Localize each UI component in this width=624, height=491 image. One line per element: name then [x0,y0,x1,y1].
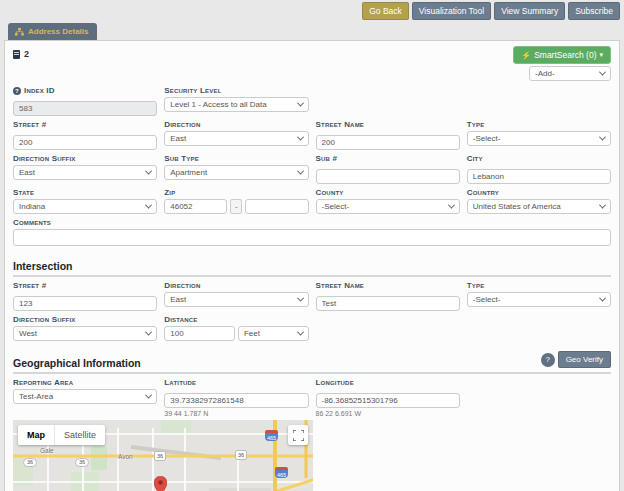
field-latitude: Latitude 39 44 1.787 N [164,378,308,417]
fullscreen-button[interactable] [288,425,308,445]
zip-input[interactable] [164,199,227,214]
country-select[interactable]: United States of America [467,199,611,214]
int-type-select[interactable]: -Select- [467,292,611,307]
chevron-down-icon [145,202,152,209]
int-street-no-input[interactable] [13,296,157,311]
tab-label: Address Details [28,27,88,36]
field-direction: Direction East [164,120,308,150]
chevron-down-icon [296,100,303,107]
go-back-button[interactable]: Go Back [362,2,409,20]
route-shield-36: 36 [23,458,37,467]
field-int-street-name: Street Name [316,281,460,311]
county-select[interactable]: -Select- [316,199,460,214]
satellite-view-button[interactable]: Satellite [54,425,105,445]
geo-form: Reporting Area Test-Area Latitude 39 44 … [13,378,611,417]
direction-suffix-select[interactable]: East [13,165,157,180]
main-panel: 2 ⚡ SmartSearch (0) ▾ -Add- ? Index ID S… [4,40,620,491]
chevron-down-icon [145,329,152,336]
state-select[interactable]: Indiana [13,199,157,214]
city-input[interactable] [467,169,611,184]
record-icon [13,50,20,59]
distance-unit-select[interactable]: Feet [238,326,309,341]
tab-address-details[interactable]: Address Details [8,23,97,40]
address-form: ? Index ID Security Level Level 1 - Acce… [13,86,611,250]
security-level-select[interactable]: Level 1 - Access to all Data [164,97,308,112]
direction-select[interactable]: East [164,131,308,146]
chevron-down-icon [599,202,606,209]
lightning-icon: ⚡ [521,51,531,60]
route-shield-36: 36 [75,458,89,467]
subscribe-button[interactable]: Subscribe [568,2,620,20]
type-select[interactable]: -Select- [467,131,611,146]
map-pin-icon[interactable] [154,476,167,491]
map-label-avon: Avon [118,453,133,460]
intersection-header: Intersection [13,255,611,277]
field-state: State Indiana [13,188,157,214]
distance-input[interactable] [164,326,235,341]
latitude-dms: 39 44 1.787 N [164,410,308,417]
zip-separator: - [230,199,242,214]
geo-help-button[interactable]: ? [541,353,555,367]
top-toolbar: Go Back Visualization Tool View Summary … [0,0,624,22]
reporting-area-select[interactable]: Test-Area [13,389,157,404]
street-no-input[interactable] [13,135,157,150]
smartsearch-label: SmartSearch (0) [534,50,596,60]
record-count: 2 [24,49,29,59]
add-dropdown[interactable]: -Add- [529,66,611,81]
route-shield-36: 36 [235,450,247,460]
field-int-direction-suffix: Direction Suffix West [13,315,157,341]
field-security-level: Security Level Level 1 - Access to all D… [164,86,308,116]
record-indicator: 2 [13,46,29,59]
street-name-input[interactable] [316,135,460,150]
interstate-shield-465: 465 [275,467,288,478]
sitemap-icon [15,28,24,36]
field-sub-no: Sub # [316,154,460,184]
zip-ext-input[interactable] [245,199,308,214]
field-type: Type -Select- [467,120,611,150]
map-widget[interactable]: Gale Avon Six Points Plainfield Cartersb… [13,420,313,491]
field-reporting-area: Reporting Area Test-Area [13,378,157,417]
interstate-shield-465: 465 [265,430,278,441]
map-type-control: Map Satellite [18,425,105,445]
field-int-street-no: Street # [13,281,157,311]
int-direction-select[interactable]: East [164,292,308,307]
longitude-input[interactable] [316,393,460,408]
index-id-input [13,101,157,116]
chevron-down-icon [296,295,303,302]
field-longitude: Longitude 86 22 6.691 W [316,378,460,417]
chevron-down-icon [599,134,606,141]
geo-title: Geographical Information [13,357,141,369]
tab-strip: Address Details [0,22,624,40]
int-direction-suffix-select[interactable]: West [13,326,157,341]
intersection-title: Intersection [13,260,73,272]
caret-down-icon: ▾ [599,51,603,59]
field-comments: Comments [13,218,611,250]
chevron-down-icon [296,134,303,141]
comments-textarea[interactable] [13,229,611,246]
int-street-name-input[interactable] [316,296,460,311]
help-icon[interactable]: ? [13,87,21,95]
chevron-down-icon [599,295,606,302]
chevron-down-icon [296,329,303,336]
field-country: Country United States of America [467,188,611,214]
sub-type-select[interactable]: Apartment [164,165,308,180]
field-int-type: Type -Select- [467,281,611,311]
geo-header: Geographical Information ? Geo Verify [13,346,611,374]
longitude-dms: 86 22 6.691 W [316,410,460,417]
intersection-form: Street # Direction East Street Name Type… [13,281,611,341]
chevron-down-icon [145,392,152,399]
visualization-tool-button[interactable]: Visualization Tool [412,2,491,20]
fullscreen-icon [293,430,304,441]
latitude-input[interactable] [164,393,308,408]
map-view-button[interactable]: Map [18,425,54,445]
sub-no-input[interactable] [316,169,460,184]
view-summary-button[interactable]: View Summary [494,2,565,20]
add-row: -Add- [13,66,611,81]
record-row: 2 ⚡ SmartSearch (0) ▾ [13,46,611,62]
smartsearch-button[interactable]: ⚡ SmartSearch (0) ▾ [513,46,611,64]
geo-verify-button[interactable]: Geo Verify [558,351,611,368]
field-county: County -Select- [316,188,460,214]
field-int-direction: Direction East [164,281,308,311]
map-label-gale: Gale [40,447,54,454]
chevron-down-icon [599,69,606,76]
